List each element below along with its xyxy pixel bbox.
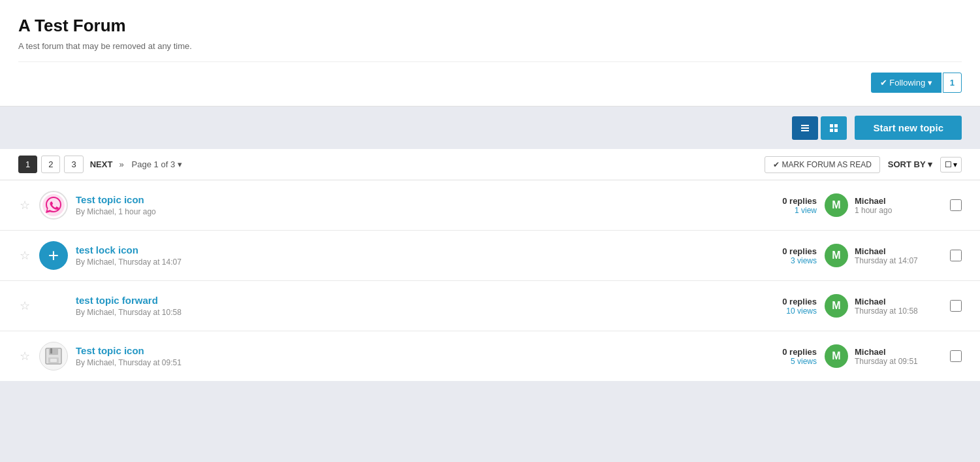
page-2-button[interactable]: 2 [41,156,60,173]
svg-rect-6 [834,129,838,132]
mark-forum-read-button[interactable]: ✔ MARK FORUM AS READ [765,156,880,173]
svg-rect-2 [801,130,809,131]
topic-row: ☆+ test lock icon By Michael, Thursday a… [0,231,980,281]
last-post-info: Michael 1 hour ago [855,196,892,215]
replies-count: 0 replies [758,196,817,206]
replies-count: 0 replies [758,297,817,306]
page-3-button[interactable]: 3 [64,156,83,173]
last-post-info: Michael Thursday at 10:58 [855,297,918,316]
topic-title[interactable]: Test topic icon [76,345,144,356]
views-count: 3 views [758,256,817,265]
svg-rect-5 [830,129,833,132]
select-all-button[interactable]: ☐ ▾ [940,157,962,173]
topic-last-post: M Michael Thursday at 09:51 [825,344,942,368]
toolbar-bar: Start new topic [0,107,980,149]
page-of-label[interactable]: Page 1 of 3 ▾ [132,159,182,169]
topic-main: Test topic icon By Michael, 1 hour ago [76,194,750,216]
following-label: ✔ Following ▾ [880,78,932,88]
last-post-user: Michael [855,246,918,256]
list-view-button[interactable] [792,116,818,140]
grid-view-button[interactable] [821,116,847,140]
star-icon[interactable]: ☆ [18,349,31,363]
topic-main: test topic forward By Michael, Thursday … [76,295,750,317]
topic-icon-floppy [39,342,68,371]
last-post-user: Michael [855,347,918,357]
pagination-right: ✔ MARK FORUM AS READ SORT BY ▾ ☐ ▾ [765,156,962,173]
topic-meta: By Michael, Thursday at 09:51 [76,358,750,367]
svg-rect-1 [801,127,809,129]
topic-icon-plus: + [39,241,68,270]
svg-rect-10 [50,348,52,354]
list-icon [800,123,810,133]
avatar: M [825,193,848,217]
topic-meta: By Michael, Thursday at 14:07 [76,257,750,267]
views-count: 10 views [758,306,817,316]
pagination-left: 1 2 3 NEXT » Page 1 of 3 ▾ [18,156,182,173]
topic-icon-whatsapp [39,191,68,220]
sort-by-button[interactable]: SORT BY ▾ [888,159,932,169]
last-post-time: Thursday at 10:58 [855,306,918,316]
last-post-info: Michael Thursday at 14:07 [855,246,918,265]
start-topic-button[interactable]: Start new topic [855,116,962,140]
last-post-time: Thursday at 14:07 [855,256,918,265]
svg-rect-12 [50,359,57,362]
last-post-info: Michael Thursday at 09:51 [855,347,918,366]
topic-last-post: M Michael 1 hour ago [825,193,942,217]
topic-meta: By Michael, Thursday at 10:58 [76,308,750,317]
topic-checkbox[interactable] [950,199,962,211]
views-count: 1 view [758,206,817,215]
topic-list: ☆ Test topic icon By Michael, 1 hour ago… [0,180,980,381]
next-arrows[interactable]: » [119,159,123,169]
avatar: M [825,294,848,318]
topic-meta: By Michael, 1 hour ago [76,207,750,216]
topic-main: Test topic icon By Michael, Thursday at … [76,345,750,367]
select-dropdown-icon: ▾ [953,160,957,169]
topic-row: ☆ Test topic icon By Michael, Thursday a… [0,331,980,381]
views-count: 5 views [758,357,817,366]
svg-rect-3 [830,124,833,127]
star-icon[interactable]: ☆ [18,299,31,313]
svg-rect-4 [834,124,838,127]
topic-icon-none [39,291,68,320]
topic-checkbox[interactable] [950,350,962,362]
grid-icon [829,123,839,133]
star-icon[interactable]: ☆ [18,198,31,212]
topic-title[interactable]: Test topic icon [76,194,144,205]
topic-title[interactable]: test lock icon [76,244,138,256]
pagination-bar: 1 2 3 NEXT » Page 1 of 3 ▾ ✔ MARK FORUM … [0,149,980,180]
view-toggle [792,116,847,140]
topic-checkbox[interactable] [950,300,962,312]
page-1-button[interactable]: 1 [18,156,37,173]
topic-last-post: M Michael Thursday at 10:58 [825,294,942,318]
last-post-time: Thursday at 09:51 [855,357,918,366]
following-count: 1 [943,73,962,93]
svg-rect-0 [801,125,809,126]
following-button[interactable]: ✔ Following ▾ [871,73,941,93]
avatar: M [825,344,848,368]
last-post-user: Michael [855,297,918,306]
topic-row: ☆ test topic forward By Michael, Thursda… [0,281,980,331]
topic-stats: 0 replies 1 view [758,196,817,215]
topic-last-post: M Michael Thursday at 14:07 [825,244,942,267]
topic-checkbox[interactable] [950,250,962,261]
replies-count: 0 replies [758,246,817,256]
topic-main: test lock icon By Michael, Thursday at 1… [76,244,750,267]
select-all-icon: ☐ [945,160,952,169]
last-post-user: Michael [855,196,892,206]
next-button[interactable]: NEXT [87,156,116,173]
topic-row: ☆ Test topic icon By Michael, 1 hour ago… [0,180,980,231]
forum-actions-row: ✔ Following ▾ 1 [18,62,962,95]
topic-stats: 0 replies 10 views [758,297,817,316]
topic-stats: 0 replies 3 views [758,246,817,265]
topic-stats: 0 replies 5 views [758,347,817,366]
replies-count: 0 replies [758,347,817,357]
avatar: M [825,244,848,267]
star-icon[interactable]: ☆ [18,248,31,263]
last-post-time: 1 hour ago [855,206,892,215]
forum-header: A Test Forum A test forum that may be re… [0,0,980,107]
forum-title: A Test Forum [18,16,962,36]
forum-subtitle: A test forum that may be removed at any … [18,41,962,62]
topic-title[interactable]: test topic forward [76,295,158,306]
